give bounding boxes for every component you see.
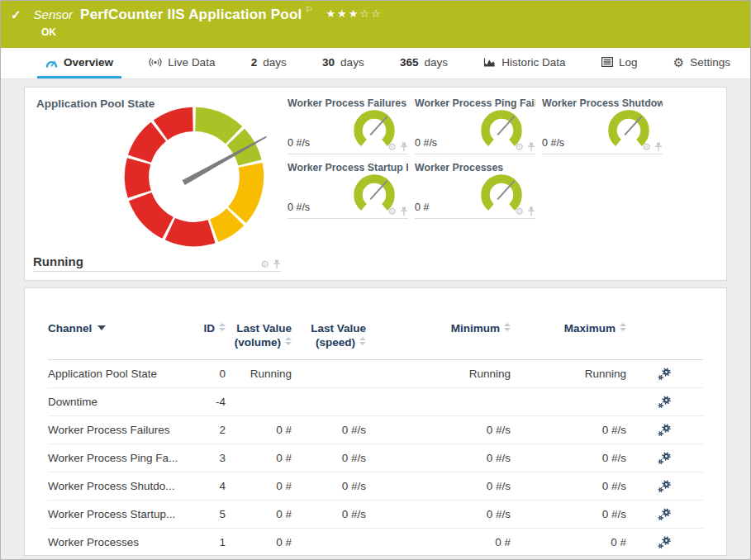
cell-max: 0 #/s (511, 480, 626, 492)
cell-channel: Worker Process Ping Fa... (48, 452, 180, 464)
channel-settings-icon[interactable] (658, 536, 672, 549)
mini-gauge-pin-icon[interactable] (527, 142, 535, 152)
column-header-id[interactable]: ID (180, 321, 226, 335)
tab-2-days[interactable]: 2days (243, 48, 295, 78)
tab-log[interactable]: Log (593, 48, 646, 78)
cell-max: 0 #/s (511, 508, 626, 520)
mini-gauge-cell: Worker Process Failures0 #/s⚙ (288, 97, 408, 154)
mini-gauge-settings-icon[interactable]: ⚙ (515, 142, 524, 152)
tab-period-number: 30 (322, 56, 335, 69)
mini-gauge-value: 0 # (415, 202, 429, 213)
channel-settings-icon[interactable] (658, 480, 672, 493)
table-row: Worker Process Startup...50 #0 #/s0 #/s0… (48, 501, 703, 529)
tab-label: days (424, 56, 448, 69)
column-header-channel[interactable]: Channel (48, 321, 180, 335)
tab-live-data[interactable]: Live Data (140, 48, 223, 78)
tab-label: days (340, 56, 364, 69)
channel-settings-icon[interactable] (658, 424, 672, 437)
cell-channel: Worker Process Failures (48, 424, 180, 436)
mini-gauge-pin-icon[interactable] (400, 142, 408, 152)
mini-gauge-value: 0 #/s (415, 137, 437, 149)
cell-min: 0 #/s (366, 452, 511, 464)
tab-bar: OverviewLive Data2days30days365daysHisto… (1, 48, 750, 79)
priority-stars[interactable]: ★★★☆☆ (326, 7, 382, 21)
mini-gauge-settings-icon[interactable]: ⚙ (387, 142, 397, 152)
tab-30-days[interactable]: 30days (314, 48, 373, 78)
tab-label: Settings (690, 56, 730, 69)
cell-channel: Worker Process Shutdo... (48, 480, 180, 492)
mini-gauge-cell: Worker Process Shutdown Fa...0 #/s⚙ (542, 97, 663, 154)
tab-365-days[interactable]: 365days (392, 48, 456, 78)
mini-gauges-grid: Worker Process Failures0 #/s⚙Worker Proc… (288, 97, 663, 219)
table-row: Downtime-4 (48, 388, 703, 416)
table-row: Worker Process Shutdo...40 #0 #/s0 #/s0 … (48, 472, 703, 501)
sensor-page: ✓ Sensor PerfCounter IIS Application Poo… (0, 0, 751, 560)
channel-settings-icon[interactable] (658, 396, 672, 409)
column-header-min[interactable]: Minimum (366, 321, 511, 335)
gauge-icon (45, 57, 58, 68)
gauge-settings-icon[interactable]: ⚙ (260, 259, 269, 269)
cell-channel: Downtime (48, 396, 180, 408)
channel-settings-icon[interactable] (658, 508, 672, 521)
cell-channel: Worker Process Startup... (48, 508, 180, 520)
column-header-max[interactable]: Maximum (511, 321, 626, 335)
gauge-pin-icon[interactable] (273, 259, 281, 269)
cell-id: 4 (180, 480, 226, 492)
tab-label: days (263, 56, 287, 69)
cell-min: 0 #/s (366, 480, 511, 492)
cell-lv_volume: 0 # (226, 508, 292, 520)
cell-lv_volume: Running (226, 368, 292, 380)
mini-gauge-settings-icon[interactable]: ⚙ (515, 206, 524, 216)
mini-gauge-pin-icon[interactable] (527, 206, 535, 216)
table-row: Worker Process Failures20 #0 #/s0 #/s0 #… (48, 416, 703, 444)
cell-id: 1 (180, 536, 226, 548)
cell-id: -4 (180, 396, 226, 408)
status-check-icon: ✓ (11, 7, 21, 23)
mini-gauge-settings-icon[interactable]: ⚙ (642, 142, 651, 152)
overview-content: Application Pool State Running ⚙ Worker … (1, 79, 750, 556)
mini-gauge-value: 0 #/s (542, 137, 564, 149)
mini-gauge-cell: Worker Process Ping Failures0 #/s⚙ (415, 97, 535, 154)
cell-id: 0 (180, 368, 226, 380)
gauges-panel: Application Pool State Running ⚙ Worker … (24, 87, 727, 281)
cell-max: 0 # (511, 536, 626, 548)
mini-gauge-pin-icon[interactable] (400, 206, 408, 216)
column-header-lv_volume[interactable]: Last Value(volume) (226, 321, 292, 349)
tab-label: Historic Data (501, 56, 565, 69)
cell-lv_speed: 0 #/s (292, 508, 366, 520)
channels-table: ChannelIDLast Value(volume)Last Value(sp… (48, 321, 703, 556)
gear-icon: ⚙ (673, 56, 684, 69)
cell-channel: Application Pool State (48, 368, 180, 380)
tab-settings[interactable]: ⚙Settings (665, 48, 739, 78)
mini-gauge-value: 0 #/s (288, 137, 310, 149)
chart-icon (483, 57, 496, 67)
channel-settings-icon[interactable] (658, 452, 672, 465)
tab-historic-data[interactable]: Historic Data (475, 48, 573, 78)
channels-panel: ChannelIDLast Value(volume)Last Value(sp… (24, 287, 727, 556)
tab-label: Live Data (168, 56, 215, 69)
flag-icon[interactable]: ⚐ (305, 5, 312, 14)
column-header-lv_speed[interactable]: Last Value(speed) (292, 321, 366, 349)
mini-gauge-settings-icon[interactable]: ⚙ (387, 206, 397, 216)
cell-id: 3 (180, 452, 226, 464)
tab-overview[interactable]: Overview (37, 48, 121, 78)
cell-lv_speed: 0 #/s (292, 452, 366, 464)
sort-icon (504, 323, 511, 331)
tab-period-number: 2 (251, 56, 258, 69)
tab-label: Overview (64, 56, 113, 69)
sort-icon (285, 337, 292, 345)
channel-settings-icon[interactable] (658, 368, 672, 381)
cell-min: 0 #/s (366, 508, 511, 520)
sort-icon (219, 323, 226, 331)
cell-max: 0 #/s (511, 424, 626, 436)
main-gauge-footer: Running ⚙ (33, 250, 281, 272)
sensor-title: PerfCounter IIS Application Pool (80, 7, 302, 23)
main-gauge-value: Running (33, 254, 83, 271)
sort-icon (359, 337, 366, 345)
mini-gauge-cell: Worker Process Startup Failu...0 #/s⚙ (288, 162, 408, 219)
mini-gauge-pin-icon[interactable] (654, 142, 663, 152)
sort-desc-icon (97, 325, 106, 330)
sensor-kind-label: Sensor (34, 7, 74, 23)
cell-lv_volume: 0 # (226, 480, 292, 492)
cell-max: 0 #/s (511, 452, 626, 464)
